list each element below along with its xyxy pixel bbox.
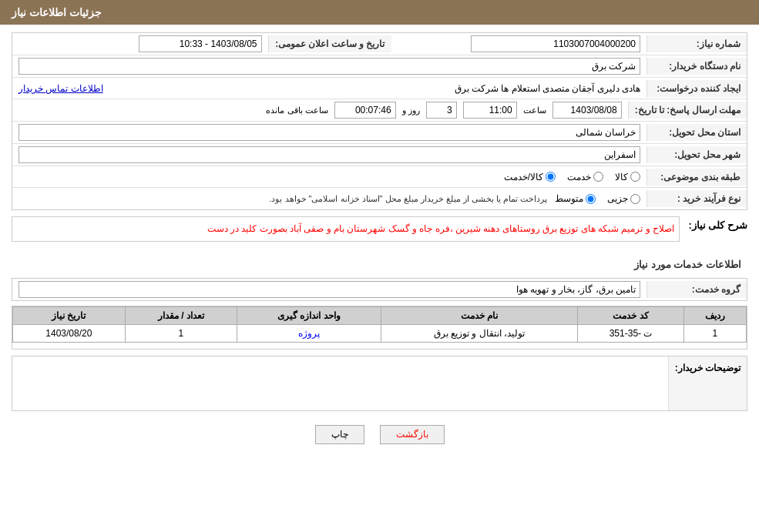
print-button[interactable]: چاپ: [315, 425, 364, 444]
province-value: [12, 122, 646, 143]
deadline-label: مهلت ارسال پاسخ: تا تاریخ:: [628, 102, 747, 119]
creator-value: هادی دلیری آجقان متصدی استعلام ها شرکت ب…: [12, 81, 646, 96]
deadline-remain-input[interactable]: [334, 102, 396, 119]
services-table: ردیف کد خدمت نام خدمت واحد اندازه گیری ت…: [12, 306, 747, 343]
deadline-time-input[interactable]: [463, 102, 517, 119]
page-title: جزئیات اطلاعات نیاز: [12, 6, 102, 18]
main-form: شماره نیاز: تاریخ و ساعت اعلان عمومی: نا…: [12, 32, 747, 210]
order-row: شماره نیاز: تاریخ و ساعت اعلان عمومی:: [12, 33, 747, 55]
deadline-remain-label: ساعت باقی مانده: [266, 105, 327, 115]
col-quantity: تعداد / مقدار: [125, 307, 237, 325]
creator-link[interactable]: اطلاعات تماس خریدار: [18, 83, 103, 94]
deadline-date-input[interactable]: [552, 102, 622, 119]
deadline-row: مهلت ارسال پاسخ: تا تاریخ: ساعت روز و سا…: [12, 99, 747, 122]
cell-unit: پروژه: [237, 325, 381, 343]
col-row-num: ردیف: [683, 307, 746, 325]
deadline-days-input[interactable]: [426, 102, 457, 119]
services-section-title: اطلاعات خدمات مورد نیاز: [12, 254, 747, 275]
page-header: جزئیات اطلاعات نیاز: [0, 0, 759, 25]
buyer-org-input[interactable]: [18, 58, 640, 75]
province-row: استان محل تحویل:: [12, 122, 747, 144]
province-label: استان محل تحویل:: [646, 124, 747, 141]
col-unit: واحد اندازه گیری: [237, 307, 381, 325]
process-jozi-label: جزیی: [607, 193, 628, 204]
city-value: [12, 144, 646, 166]
col-service-code: کد خدمت: [578, 307, 683, 325]
process-jozi[interactable]: جزیی: [607, 193, 640, 204]
process-label: نوع فرآیند خرید :: [646, 190, 747, 207]
category-label: طبقه بندی موضوعی:: [646, 169, 747, 186]
process-row: نوع فرآیند خرید : جزیی متوسط پرداخت تمام…: [12, 188, 747, 209]
order-number-label: شماره نیاز:: [646, 35, 747, 52]
cell-service-code: ت -35-351: [578, 325, 683, 343]
order-number-input[interactable]: [471, 35, 640, 52]
category-row: طبقه بندی موضوعی: کالا خدمت: [12, 166, 747, 188]
description-label: شرح کلی نیاز:: [686, 216, 747, 231]
buttons-row: بازگشت چاپ: [12, 419, 747, 450]
service-group-input[interactable]: [18, 281, 640, 298]
city-label: شهر محل تحویل:: [646, 146, 747, 163]
category-kala-khedmat[interactable]: کالا/خدمت: [504, 172, 556, 182]
process-motavasset[interactable]: متوسط: [555, 193, 596, 204]
buyer-notes-label: توضیحات خریدار:: [668, 356, 747, 410]
description-box: اصلاح و ترمیم شبکه های توزیع برق روستاها…: [12, 216, 680, 242]
buyer-org-row: نام دستگاه خریدار:: [12, 55, 747, 78]
back-button[interactable]: بازگشت: [380, 425, 445, 444]
process-note: پرداخت تمام یا بخشی از مبلغ خریدار مبلغ …: [269, 194, 547, 204]
process-motavasset-label: متوسط: [555, 193, 583, 204]
description-text: اصلاح و ترمیم شبکه های توزیع برق روستاها…: [17, 222, 674, 236]
deadline-days-label: روز و: [402, 105, 420, 115]
category-kala[interactable]: کالا: [615, 172, 640, 182]
cell-quantity: 1: [125, 325, 237, 343]
cell-deadline-date: 1403/08/20: [13, 325, 126, 343]
description-section: شرح کلی نیاز: اصلاح و ترمیم شبکه های توز…: [12, 216, 747, 248]
col-deadline-date: تاریخ نیاز: [13, 307, 126, 325]
date-value: [12, 33, 268, 55]
service-group-label: گروه خدمت:: [646, 281, 747, 298]
category-kala-khedmat-label: کالا/خدمت: [504, 172, 543, 182]
date-label: تاریخ و ساعت اعلان عمومی:: [268, 35, 391, 52]
city-input[interactable]: [18, 146, 640, 163]
deadline-time-label: ساعت: [523, 105, 546, 115]
category-kala-label: کالا: [615, 172, 628, 182]
buyer-notes-textarea[interactable]: [12, 356, 668, 410]
service-group-row: گروه خدمت:: [12, 278, 747, 301]
col-service-name: نام خدمت: [381, 307, 578, 325]
services-table-container: ردیف کد خدمت نام خدمت واحد اندازه گیری ت…: [12, 306, 747, 350]
province-input[interactable]: [18, 124, 640, 141]
deadline-value: ساعت روز و ساعت باقی مانده: [12, 99, 628, 121]
table-row: 1 ت -35-351 تولید، انتقال و توزیع برق پر…: [13, 325, 747, 343]
buyer-org-value: [12, 55, 646, 77]
cell-service-name: تولید، انتقال و توزیع برق: [381, 325, 578, 343]
category-khedmat-label: خدمت: [567, 172, 591, 182]
creator-name: هادی دلیری آجقان متصدی استعلام ها شرکت ب…: [111, 83, 640, 94]
city-row: شهر محل تحویل:: [12, 144, 747, 166]
service-group-value: [12, 279, 646, 300]
category-value: کالا خدمت کالا/خدمت: [12, 169, 646, 185]
category-khedmat[interactable]: خدمت: [567, 172, 603, 182]
creator-row: ایجاد کننده درخواست: هادی دلیری آجقان مت…: [12, 78, 747, 99]
date-input[interactable]: [139, 35, 262, 52]
order-number-value: [391, 33, 647, 55]
creator-label: ایجاد کننده درخواست:: [646, 80, 747, 97]
buyer-org-label: نام دستگاه خریدار:: [646, 58, 747, 75]
cell-row-num: 1: [683, 325, 746, 343]
process-value: جزیی متوسط پرداخت تمام یا بخشی از مبلغ خ…: [12, 191, 646, 206]
buyer-notes-section: توضیحات خریدار:: [12, 356, 747, 411]
